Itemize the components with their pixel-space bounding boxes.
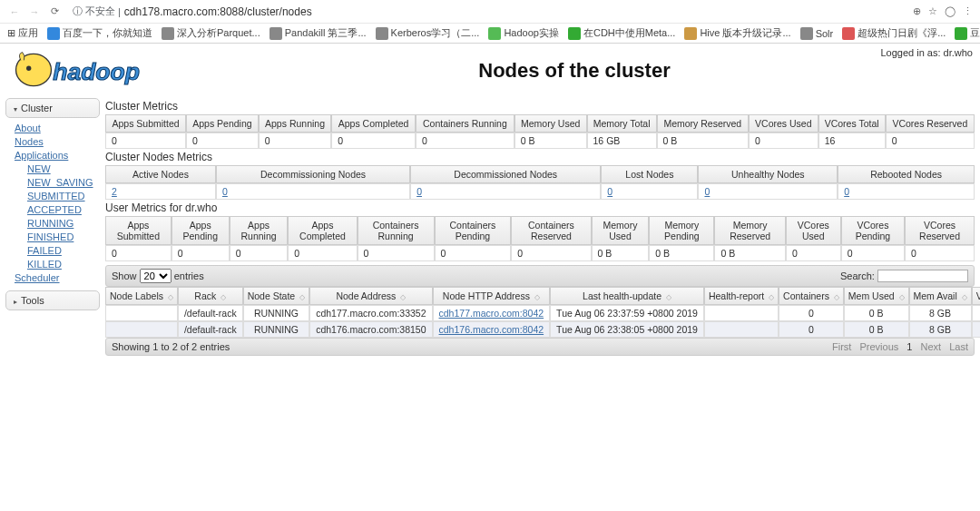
column-header[interactable]: VCores Reserved	[886, 114, 975, 133]
column-header[interactable]: Memory Reserved	[657, 114, 749, 133]
metric-link[interactable]: 0	[607, 186, 612, 197]
sidebar-link-submitted[interactable]: SUBMITTED	[27, 190, 100, 203]
column-header[interactable]: Memory Used	[514, 114, 587, 133]
pager-next[interactable]: Next	[921, 341, 942, 352]
node-http-link[interactable]: cdh176.macro.com:8042	[439, 324, 544, 335]
sidebar-link-failed[interactable]: FAILED	[27, 244, 100, 258]
sidebar-link-about[interactable]: About	[15, 122, 100, 135]
bookmark-item[interactable]: Kerberos学习（二...	[376, 26, 480, 40]
metric-link[interactable]: 0	[704, 186, 710, 197]
metric-cell: 0	[331, 133, 416, 149]
column-header[interactable]: Containers Pending	[435, 216, 512, 245]
user-metrics-table: Apps SubmittedApps PendingApps RunningAp…	[105, 216, 975, 261]
column-header[interactable]: Apps Completed	[288, 216, 357, 245]
url-bar[interactable]: ⓘ 不安全 | cdh178.macro.com:8088/cluster/no…	[67, 3, 907, 20]
column-header[interactable]: Apps Running	[259, 114, 331, 133]
column-header[interactable]: Apps Pending	[172, 216, 230, 245]
column-header[interactable]: VCores Total	[818, 114, 886, 133]
column-header[interactable]: Node Address ◇	[309, 287, 432, 305]
column-header[interactable]: Apps Submitted	[105, 216, 172, 245]
back-icon[interactable]: ←	[7, 5, 22, 19]
column-header[interactable]: Mem Avail ◇	[909, 287, 972, 305]
column-header[interactable]: Rack ◇	[178, 287, 243, 305]
column-header[interactable]: VCores Used ◇	[972, 287, 980, 305]
column-header[interactable]: VCores Used	[786, 216, 841, 245]
bookmark-item[interactable]: 超级热门日剧《浮...	[842, 26, 946, 40]
column-header[interactable]: Containers Running	[416, 114, 514, 133]
column-header[interactable]: VCores Pending	[841, 216, 905, 245]
column-header[interactable]: Memory Used	[592, 216, 650, 245]
sidebar-link-new[interactable]: NEW	[27, 162, 100, 176]
bookmark-item[interactable]: Solr	[800, 27, 834, 40]
bookmark-item[interactable]: Pandakill 第三季...	[270, 26, 367, 40]
sidebar-tools-toggle[interactable]: ▸Tools	[5, 290, 100, 310]
column-header[interactable]: Containers ◇	[779, 287, 844, 305]
sidebar-link-finished[interactable]: FINISHED	[27, 231, 100, 244]
column-header[interactable]: Lost Nodes	[601, 165, 698, 183]
sidebar-link-accepted[interactable]: ACCEPTED	[27, 203, 100, 217]
column-header[interactable]: Apps Submitted	[105, 114, 186, 133]
sidebar-link-nodes[interactable]: Nodes	[15, 135, 100, 149]
column-header[interactable]: Containers Reserved	[511, 216, 591, 245]
metric-link[interactable]: 0	[416, 186, 422, 197]
more-icon[interactable]: ⋮	[963, 5, 973, 17]
column-header[interactable]: Memory Total	[587, 114, 657, 133]
sidebar-link-running[interactable]: RUNNING	[27, 217, 100, 231]
forward-icon: →	[27, 5, 42, 19]
pager-page-1[interactable]: 1	[906, 341, 912, 352]
column-header[interactable]: Rebooted Nodes	[838, 165, 975, 183]
column-header[interactable]: Node Labels ◇	[105, 287, 178, 305]
search-input[interactable]	[877, 270, 968, 282]
svg-point-1	[26, 66, 31, 71]
bookmark-item[interactable]: Hadoop实操	[488, 26, 559, 40]
column-header[interactable]: Decommissioning Nodes	[216, 165, 410, 183]
profile-icon[interactable]: ◯	[945, 5, 956, 17]
pager-prev[interactable]: Previous	[859, 341, 898, 352]
bookmark-star-icon[interactable]: ☆	[928, 5, 937, 17]
column-header[interactable]: Apps Completed	[331, 114, 416, 133]
pager-first[interactable]: First	[832, 341, 851, 352]
metric-cell: 16 GB	[587, 133, 657, 149]
node-http-link[interactable]: cdh177.macro.com:8042	[439, 308, 544, 319]
apps-icon[interactable]: ⊞ 应用	[7, 26, 38, 40]
entries-label: entries	[174, 270, 204, 281]
column-header[interactable]: VCores Reserved	[905, 216, 975, 245]
column-header[interactable]: Unhealthy Nodes	[698, 165, 838, 183]
metric-link[interactable]: 2	[112, 186, 117, 197]
column-header[interactable]: Containers Running	[358, 216, 435, 245]
column-header[interactable]: Apps Running	[230, 216, 289, 245]
reload-icon[interactable]: ⟳	[47, 5, 62, 19]
column-header[interactable]: Apps Pending	[186, 114, 259, 133]
metric-cell: 0	[105, 133, 186, 149]
nodes-metrics-table: Active NodesDecommissioning NodesDecommi…	[105, 165, 975, 200]
column-header[interactable]: Memory Pending	[649, 216, 714, 245]
bookmark-item[interactable]: Hive 版本升级记录...	[684, 26, 790, 40]
metric-link[interactable]: 0	[844, 186, 849, 197]
bookmark-item[interactable]: 在CDH中使用Meta...	[568, 26, 675, 40]
column-header[interactable]: Decommissioned Nodes	[410, 165, 601, 183]
sidebar-cluster-toggle[interactable]: ▾Cluster	[5, 98, 100, 118]
page-length-select[interactable]: 20	[140, 269, 172, 283]
metric-cell: 0	[749, 133, 818, 149]
column-header[interactable]: Node HTTP Address ◇	[433, 287, 551, 305]
pager-last[interactable]: Last	[949, 341, 968, 352]
column-header[interactable]: Memory Reserved	[714, 216, 785, 245]
insecure-icon[interactable]: ⓘ 不安全 |	[73, 5, 121, 18]
bookmark-item[interactable]: 豆瓣评分9.0以上的...	[955, 26, 980, 40]
sidebar-link-killed[interactable]: KILLED	[27, 258, 100, 271]
translate-icon[interactable]: ⊕	[913, 5, 921, 17]
column-header[interactable]: Last health-update ◇	[550, 287, 704, 305]
sidebar-link-applications[interactable]: Applications	[15, 149, 100, 162]
metric-cell: 0	[230, 245, 289, 261]
column-header[interactable]: Health-report ◇	[704, 287, 779, 305]
metric-link[interactable]: 0	[222, 186, 228, 197]
column-header[interactable]: Mem Used ◇	[844, 287, 909, 305]
column-header[interactable]: Node State ◇	[243, 287, 309, 305]
hadoop-logo[interactable]: hadoop	[5, 49, 169, 93]
sidebar-link-new-saving[interactable]: NEW_SAVING	[27, 176, 100, 190]
column-header[interactable]: Active Nodes	[105, 165, 216, 183]
sidebar-link-scheduler[interactable]: Scheduler	[15, 271, 100, 285]
bookmark-item[interactable]: 深入分析Parquet...	[162, 26, 260, 40]
bookmark-item[interactable]: 百度一下，你就知道	[47, 26, 152, 40]
column-header[interactable]: VCores Used	[749, 114, 818, 133]
